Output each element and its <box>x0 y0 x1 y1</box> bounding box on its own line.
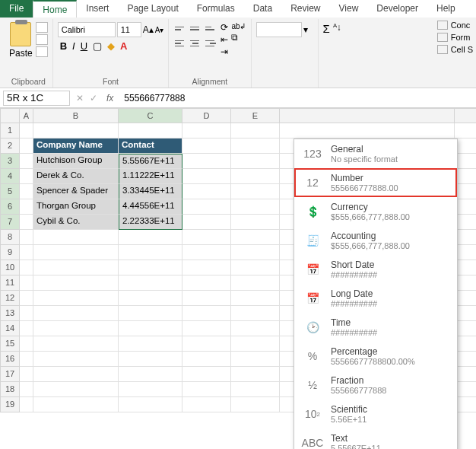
cell[interactable] <box>455 367 476 382</box>
cell[interactable] <box>455 199 476 215</box>
cell[interactable] <box>182 367 231 382</box>
row-header-4[interactable]: 4 <box>0 169 20 184</box>
row-header-19[interactable]: 19 <box>0 397 20 412</box>
cell[interactable] <box>455 336 476 352</box>
cell[interactable] <box>231 306 280 321</box>
cell[interactable] <box>455 275 476 291</box>
cell[interactable] <box>20 275 33 291</box>
row-header-6[interactable]: 6 <box>0 199 20 215</box>
cell[interactable] <box>33 291 119 306</box>
align-bottom-icon[interactable] <box>204 22 217 34</box>
cell[interactable] <box>33 230 119 245</box>
format-option-percentage[interactable]: %Percentage55566677788800.00% <box>294 342 457 371</box>
row-header-8[interactable]: 8 <box>0 230 20 245</box>
cell[interactable] <box>182 215 231 230</box>
row-header-15[interactable]: 15 <box>0 336 20 352</box>
cell[interactable] <box>20 260 33 275</box>
tab-home[interactable]: Home <box>33 0 77 18</box>
cell[interactable] <box>455 215 476 230</box>
font-size-select[interactable] <box>117 22 141 37</box>
cell[interactable] <box>231 215 280 230</box>
cell[interactable] <box>20 245 33 260</box>
format-option-short-date[interactable]: 📅Short Date########## <box>294 255 457 284</box>
cell[interactable] <box>455 245 476 260</box>
cell[interactable] <box>119 397 182 412</box>
cell[interactable] <box>119 260 182 275</box>
cell[interactable] <box>33 367 119 382</box>
cell[interactable] <box>182 321 231 336</box>
cell[interactable] <box>119 336 182 352</box>
format-option-text[interactable]: ABCText5.55667E+11 <box>294 428 457 449</box>
cell[interactable]: Contact <box>119 139 182 154</box>
cell[interactable]: Company Name <box>33 139 119 154</box>
col-header-b[interactable]: B <box>33 108 119 123</box>
cell[interactable] <box>455 260 476 275</box>
cell[interactable] <box>33 382 119 397</box>
format-option-number[interactable]: 12Number555666777888.00 <box>294 168 457 197</box>
cell[interactable] <box>20 352 33 367</box>
row-header-12[interactable]: 12 <box>0 291 20 306</box>
align-middle-icon[interactable] <box>189 22 202 34</box>
cell[interactable] <box>455 397 476 412</box>
worksheet[interactable]: A B C D E I 1234567891011121314151617181… <box>0 108 476 449</box>
cell[interactable] <box>119 245 182 260</box>
cell[interactable] <box>182 291 231 306</box>
cell[interactable] <box>119 352 182 367</box>
cell[interactable] <box>455 230 476 245</box>
increase-indent-icon[interactable]: ⇥ <box>221 46 228 57</box>
select-all-corner[interactable] <box>0 108 20 123</box>
decrease-font-icon[interactable]: A▾ <box>155 26 164 34</box>
cell[interactable] <box>33 397 119 412</box>
cell[interactable] <box>182 169 231 184</box>
cell[interactable] <box>182 336 231 352</box>
col-header-e[interactable]: E <box>231 108 280 123</box>
format-option-long-date[interactable]: 📅Long Date########## <box>294 284 457 313</box>
cell[interactable] <box>455 139 476 154</box>
fx-icon[interactable]: fx <box>100 93 119 103</box>
format-option-time[interactable]: 🕑Time########## <box>294 313 457 342</box>
cell[interactable] <box>182 306 231 321</box>
cell[interactable] <box>231 352 280 367</box>
align-left-icon[interactable] <box>173 37 187 49</box>
cell[interactable]: Spencer & Spader <box>33 184 119 199</box>
cell[interactable] <box>231 367 280 382</box>
chevron-down-icon[interactable]: ▾ <box>303 24 308 35</box>
row-header-17[interactable]: 17 <box>0 367 20 382</box>
wrap-text-icon[interactable]: ab↲ <box>231 22 246 30</box>
cell[interactable] <box>231 382 280 397</box>
cut-icon[interactable] <box>36 22 48 33</box>
cell[interactable] <box>231 321 280 336</box>
italic-button[interactable]: I <box>70 39 78 53</box>
cell[interactable] <box>119 275 182 291</box>
border-button[interactable]: ▢ <box>90 39 104 53</box>
cell[interactable] <box>119 321 182 336</box>
cell[interactable] <box>119 367 182 382</box>
cell[interactable] <box>20 367 33 382</box>
tab-developer[interactable]: Developer <box>367 0 427 18</box>
font-color-button[interactable]: A <box>118 39 129 53</box>
format-option-currency[interactable]: 💲Currency$555,666,777,888.00 <box>294 197 457 226</box>
cell[interactable] <box>455 352 476 367</box>
cell[interactable] <box>182 139 231 154</box>
cell[interactable] <box>33 352 119 367</box>
format-option-accounting[interactable]: 🧾Accounting$555,666,777,888.00 <box>294 226 457 255</box>
cell[interactable] <box>20 230 33 245</box>
cell[interactable] <box>455 154 476 169</box>
cell[interactable] <box>455 306 476 321</box>
tab-formulas[interactable]: Formulas <box>188 0 244 18</box>
tab-page-layout[interactable]: Page Layout <box>118 0 187 18</box>
cell[interactable] <box>455 169 476 184</box>
cell[interactable] <box>231 245 280 260</box>
format-as-table-button[interactable]: Form <box>437 33 473 42</box>
cell-styles-button[interactable]: Cell S <box>437 45 473 54</box>
cell[interactable] <box>20 169 33 184</box>
cell[interactable]: 5.55667E+11 <box>119 154 182 169</box>
cell[interactable] <box>182 245 231 260</box>
cell[interactable] <box>20 382 33 397</box>
cell[interactable] <box>231 169 280 184</box>
tab-review[interactable]: Review <box>281 0 329 18</box>
row-header-2[interactable]: 2 <box>0 139 20 154</box>
cell[interactable] <box>231 291 280 306</box>
tab-help[interactable]: Help <box>427 0 465 18</box>
cell[interactable] <box>182 382 231 397</box>
